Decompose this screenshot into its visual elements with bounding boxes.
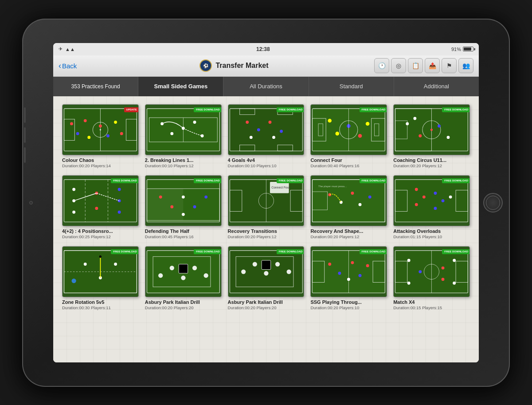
card-info: Duration:00:15 Players:15	[393, 305, 470, 310]
svg-point-5	[100, 129, 101, 130]
card-title: Coaching Circus U11...	[393, 157, 470, 163]
card-info: Duration:01:15 Players:10	[393, 234, 470, 239]
svg-point-132	[351, 261, 354, 264]
practice-card[interactable]: FREE DOWNLOAD Connect Four Duration:00:4…	[310, 104, 387, 168]
svg-point-32	[272, 136, 275, 139]
svg-point-134	[366, 264, 369, 267]
card-info: Duration:00:25 Players:12	[62, 234, 139, 239]
card-title: 4 Goals 4v4	[228, 157, 305, 163]
svg-rect-68	[147, 189, 183, 220]
history-button[interactable]: 🕐	[374, 58, 389, 73]
svg-point-123	[275, 262, 279, 266]
filter-additional[interactable]: Additional	[394, 77, 479, 96]
svg-point-95	[422, 195, 426, 198]
svg-point-112	[169, 266, 174, 270]
practice-card[interactable]: FREE DOWNLOAD SSG Playing Throug... Dura…	[310, 246, 387, 310]
clipboard-button[interactable]: 📋	[408, 58, 423, 73]
svg-point-105	[84, 263, 87, 266]
svg-point-131	[338, 272, 341, 275]
practice-card[interactable]: FREE DOWNLOAD 4(+2) : 4 Positionsro... D…	[62, 175, 139, 239]
practice-card[interactable]: UPDATE Colour Chaos Duration:00:20 Playe…	[62, 104, 139, 168]
practice-card[interactable]: FREE DOWNLOAD Zone Rotation 5v5 Duration…	[62, 246, 139, 310]
card-info: Duration:00:20 Players:20	[228, 305, 305, 310]
svg-point-108	[99, 256, 102, 258]
card-title: 2. Breaking Lines 1...	[145, 157, 222, 163]
practice-card[interactable]: FREE DOWNLOAD Asbury Park Italian Drill …	[145, 246, 222, 310]
svg-point-94	[415, 188, 418, 191]
card-image: FREE DOWNLOAD	[310, 246, 387, 297]
svg-point-6	[70, 122, 73, 125]
fa-logo-text: ⚽	[203, 63, 208, 68]
card-title: SSG Playing Throug...	[310, 299, 387, 305]
filter-count[interactable]: 353 Practices Found	[53, 77, 138, 96]
svg-point-74	[182, 213, 185, 216]
svg-text:Connect Four: Connect Four	[271, 186, 290, 189]
svg-point-49	[406, 122, 409, 125]
ipad-device: ✈ ▲▲ 12:38 91% ‹ Back ⚽ Tran	[22, 19, 510, 387]
card-title: Recovery And Shape...	[310, 228, 387, 234]
svg-point-29	[268, 121, 271, 124]
practice-card[interactable]: FREE DOWNLOAD Match X4 Duration:00:15 Pl…	[393, 246, 470, 310]
filter-standard[interactable]: Standard	[309, 77, 394, 96]
practice-card[interactable]: FREE DOWNLOAD Defending The Half Duratio…	[145, 175, 222, 239]
circle-button[interactable]: ◎	[391, 58, 406, 73]
filter-duration-label: All Durations	[250, 83, 282, 90]
badge-ribbon: FREE DOWNLOAD	[360, 107, 387, 112]
badge-ribbon: FREE DOWNLOAD	[194, 249, 222, 254]
svg-point-27	[246, 121, 249, 124]
practice-card[interactable]: FREE DOWNLOAD Attacking Overloads Durati…	[393, 175, 470, 239]
filter-count-label: 353 Practices Found	[71, 83, 120, 90]
svg-point-42	[358, 134, 362, 138]
svg-point-9	[87, 136, 90, 139]
svg-point-145	[442, 278, 445, 281]
card-info: Duration:00:45 Players:16	[145, 234, 222, 239]
svg-point-43	[366, 122, 370, 126]
practice-card[interactable]: FREE DOWNLOAD 4 Goals 4v4 Duration:00:10…	[228, 104, 305, 168]
svg-point-40	[336, 131, 340, 135]
camera	[29, 201, 33, 204]
practice-card[interactable]: The player must press... FREE DOWNLOAD R…	[310, 175, 387, 239]
svg-point-70	[170, 205, 173, 208]
filter-type-label: Small Sided Games	[154, 83, 207, 90]
card-title: 4(+2) : 4 Positionsro...	[62, 228, 139, 234]
svg-rect-125	[262, 260, 270, 269]
badge-ribbon: FREE DOWNLOAD	[277, 178, 305, 183]
card-image: FREE DOWNLOAD	[145, 246, 222, 297]
practice-card[interactable]: FREE DOWNLOAD 2. Breaking Lines 1... Dur…	[145, 104, 222, 168]
card-info: Duration:00:10 Players:12	[145, 163, 222, 168]
svg-point-130	[329, 263, 332, 266]
svg-point-21	[200, 134, 203, 137]
trophy-button[interactable]: ⚑	[442, 58, 457, 73]
svg-point-51	[419, 134, 422, 137]
users-button[interactable]: 👥	[458, 58, 473, 73]
svg-point-73	[204, 195, 207, 198]
svg-point-107	[114, 263, 117, 266]
card-title: Connect Four	[310, 157, 387, 163]
svg-point-96	[415, 203, 418, 206]
share-button[interactable]: 📤	[425, 58, 440, 73]
filter-bar: 353 Practices Found Small Sided Games Al…	[53, 77, 479, 96]
card-image: FREE DOWNLOAD	[393, 175, 470, 226]
status-right: 91%	[451, 47, 473, 52]
svg-point-58	[72, 188, 75, 191]
filter-type[interactable]: Small Sided Games	[138, 77, 223, 96]
svg-point-54	[430, 129, 433, 131]
practice-card[interactable]: FREE DOWNLOAD Coaching Circus U11... Dur…	[393, 104, 470, 168]
back-button[interactable]: ‹ Back	[59, 61, 94, 71]
fa-logo: ⚽	[200, 59, 212, 72]
nav-center: ⚽ Transfer Market	[94, 59, 374, 72]
back-label: Back	[62, 62, 77, 70]
svg-point-30	[280, 130, 283, 133]
svg-point-97	[434, 192, 437, 195]
navigation-bar: ‹ Back ⚽ Transfer Market 🕐 ◎ 📋 📤 ⚑ 👥	[53, 55, 479, 77]
svg-point-135	[347, 278, 350, 281]
svg-point-104	[71, 279, 76, 283]
svg-point-7	[76, 132, 79, 135]
svg-point-133	[359, 274, 362, 277]
practice-card[interactable]: Connect Four FREE DOWNLOAD Recovery Tran…	[228, 175, 305, 239]
home-button[interactable]	[483, 193, 503, 212]
filter-duration[interactable]: All Durations	[223, 77, 309, 96]
practice-card[interactable]: FREE DOWNLOAD Asbury Park Italian Drill …	[228, 246, 305, 310]
content-area[interactable]: UPDATE Colour Chaos Duration:00:20 Playe…	[53, 96, 479, 362]
card-image: FREE DOWNLOAD	[228, 246, 305, 297]
